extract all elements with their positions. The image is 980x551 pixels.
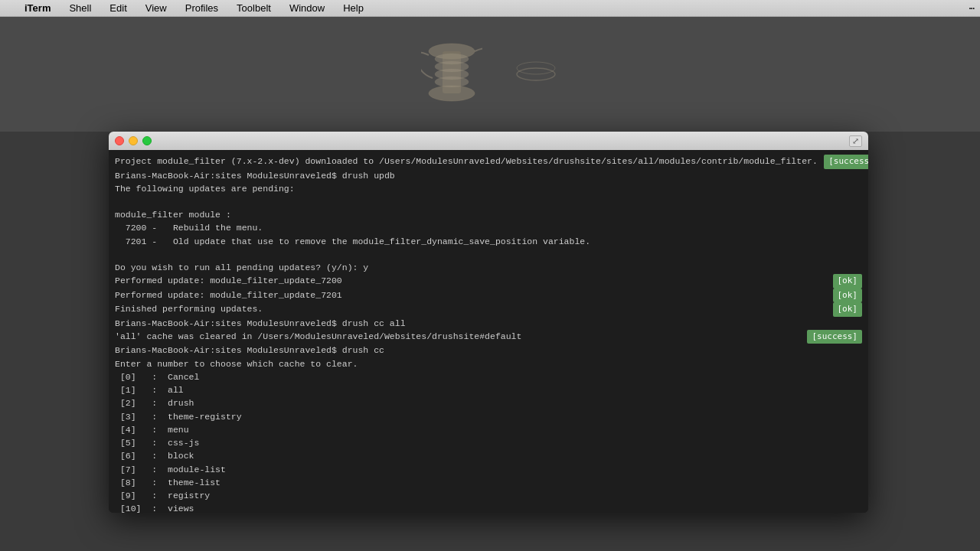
menu-item-edit[interactable]: Edit bbox=[106, 2, 129, 14]
terminal-line: module_filter module : bbox=[115, 208, 862, 221]
terminal-badge-success: [success] bbox=[824, 155, 868, 169]
terminal-line: Enter a number to choose which cache to … bbox=[115, 357, 862, 370]
terminal-line-text: [8] : theme-list bbox=[115, 476, 862, 489]
terminal-line-text: [10] : views bbox=[115, 502, 862, 513]
terminal-line-text: module_filter module : bbox=[115, 208, 862, 221]
terminal-line: Brians-MacBook-Air:sites ModulesUnravele… bbox=[115, 317, 862, 330]
terminal-line-text: [1] : all bbox=[115, 383, 862, 396]
terminal-badge-ok: [ok] bbox=[833, 274, 863, 289]
close-button[interactable] bbox=[115, 136, 124, 145]
terminal-line: Project module_filter (7.x-2.x-dev) down… bbox=[115, 155, 862, 169]
terminal-empty-line bbox=[115, 195, 862, 208]
terminal-line: [0] : Cancel bbox=[115, 370, 862, 383]
terminal-line-text: Enter a number to choose which cache to … bbox=[115, 357, 862, 370]
terminal-line: 7201 - Old update that use to remove the… bbox=[115, 235, 862, 248]
terminal-line: [2] : drush bbox=[115, 396, 862, 409]
terminal-content[interactable]: Project module_filter (7.x-2.x-dev) down… bbox=[109, 150, 868, 513]
terminal-line-text: Performed update: module_filter_update_7… bbox=[115, 289, 801, 302]
terminal-line-text: Finished performing updates. bbox=[115, 302, 801, 315]
menu-item-view[interactable]: View bbox=[142, 2, 170, 14]
needle-icon bbox=[513, 51, 559, 97]
expand-button[interactable]: ⤢ bbox=[849, 135, 862, 147]
terminal-line-text: 'all' cache was cleared in /Users/Module… bbox=[115, 330, 801, 343]
terminal-window: ⤢ Project module_filter (7.x-2.x-dev) do… bbox=[109, 132, 868, 513]
menu-item-help[interactable]: Help bbox=[340, 2, 367, 14]
terminal-titlebar: ⤢ bbox=[109, 132, 868, 150]
terminal-line-text: Performed update: module_filter_update_7… bbox=[115, 274, 801, 287]
terminal-line: Finished performing updates.[ok] bbox=[115, 302, 862, 317]
spool-icon bbox=[421, 36, 482, 112]
menu-item-iterm[interactable]: iTerm bbox=[21, 2, 54, 14]
traffic-lights bbox=[115, 136, 152, 145]
minimize-button[interactable] bbox=[129, 136, 138, 145]
svg-point-2 bbox=[429, 86, 475, 101]
terminal-line: [3] : theme-registry bbox=[115, 410, 862, 423]
maximize-button[interactable] bbox=[142, 136, 152, 145]
terminal-line-text: [3] : theme-registry bbox=[115, 410, 862, 423]
terminal-badge-ok: [ok] bbox=[833, 289, 863, 303]
terminal-line: Brians-MacBook-Air:sites ModulesUnravele… bbox=[115, 344, 862, 357]
svg-point-6 bbox=[435, 77, 469, 87]
terminal-line: The following updates are pending: bbox=[115, 182, 862, 195]
terminal-badge-ok: [ok] bbox=[833, 302, 863, 317]
terminal-line-text: Brians-MacBook-Air:sites ModulesUnravele… bbox=[115, 317, 862, 330]
terminal-badge-area: [success] bbox=[801, 330, 862, 344]
terminal-line: [6] : block bbox=[115, 449, 862, 462]
menu-bar: iTerm Shell Edit View Profiles Toolbelt … bbox=[0, 0, 980, 17]
terminal-line: 'all' cache was cleared in /Users/Module… bbox=[115, 330, 862, 344]
terminal-badge-area: [ok] bbox=[801, 274, 862, 289]
terminal-line-text: Project module_filter (7.x-2.x-dev) down… bbox=[115, 155, 818, 168]
terminal-line-text: [6] : block bbox=[115, 449, 862, 462]
terminal-line-text: Brians-MacBook-Air:sites ModulesUnravele… bbox=[115, 169, 862, 182]
terminal-badge-area: [ok] bbox=[801, 302, 862, 317]
terminal-empty-line bbox=[115, 248, 862, 261]
terminal-line-text: The following updates are pending: bbox=[115, 182, 862, 195]
terminal-badge-area: [success] bbox=[818, 155, 868, 169]
terminal-line: [5] : css-js bbox=[115, 436, 862, 449]
terminal-line: Performed update: module_filter_update_7… bbox=[115, 274, 862, 289]
terminal-line-text: Brians-MacBook-Air:sites ModulesUnravele… bbox=[115, 344, 862, 357]
terminal-line-text: [9] : registry bbox=[115, 489, 862, 502]
terminal-line: Performed update: module_filter_update_7… bbox=[115, 289, 862, 303]
terminal-line: [10] : views bbox=[115, 502, 862, 513]
terminal-line: [1] : all bbox=[115, 383, 862, 396]
menu-bar-extras-icon: ··· bbox=[969, 2, 974, 15]
terminal-badge-success: [success] bbox=[807, 330, 862, 344]
menu-item-window[interactable]: Window bbox=[286, 2, 328, 14]
menu-item-toolbelt[interactable]: Toolbelt bbox=[234, 2, 274, 14]
background-area bbox=[0, 17, 980, 132]
terminal-line-text: Do you wish to run all pending updates? … bbox=[115, 261, 862, 274]
terminal-line-text: [7] : module-list bbox=[115, 463, 862, 476]
terminal-badge-area: [ok] bbox=[801, 289, 862, 303]
terminal-line-text: 7201 - Old update that use to remove the… bbox=[115, 235, 862, 248]
terminal-line: Do you wish to run all pending updates? … bbox=[115, 261, 862, 274]
terminal-line: 7200 - Rebuild the menu. bbox=[115, 221, 862, 234]
terminal-line-text: [4] : menu bbox=[115, 423, 862, 436]
terminal-line-text: [0] : Cancel bbox=[115, 370, 862, 383]
terminal-line: [7] : module-list bbox=[115, 463, 862, 476]
terminal-line: Brians-MacBook-Air:sites ModulesUnravele… bbox=[115, 169, 862, 182]
menu-item-shell[interactable]: Shell bbox=[66, 2, 94, 14]
terminal-line: [8] : theme-list bbox=[115, 476, 862, 489]
brand-content bbox=[421, 36, 559, 112]
terminal-line-text: [2] : drush bbox=[115, 396, 862, 409]
terminal-line: [4] : menu bbox=[115, 423, 862, 436]
terminal-line-text: 7200 - Rebuild the menu. bbox=[115, 221, 862, 234]
terminal-lines: Project module_filter (7.x-2.x-dev) down… bbox=[115, 155, 862, 513]
terminal-line-text: [5] : css-js bbox=[115, 436, 862, 449]
terminal-line: [9] : registry bbox=[115, 489, 862, 502]
menu-item-profiles[interactable]: Profiles bbox=[182, 2, 221, 14]
